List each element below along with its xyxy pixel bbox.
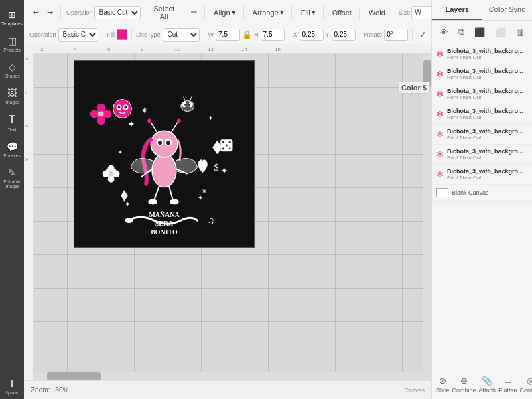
size-group2: W 🔒 H [208, 29, 289, 41]
linetype-label: LineType [136, 31, 161, 38]
layer-star-icon: ✼ [436, 109, 444, 119]
layer-item[interactable]: ✼ Bichota_3_with_backgro... Print Then C… [432, 125, 532, 145]
blank-canvas-label: Blank Canvas [452, 189, 489, 196]
delete-button[interactable]: 🗑 [514, 25, 527, 39]
arrange-chevron-icon: ▾ [280, 8, 284, 17]
offset-button[interactable]: Offset [329, 7, 355, 19]
right-panel: Layers Color Sync 👁 ⧉ ⬛ ⬜ 🗑 ✼ Bichota_3_… [431, 0, 532, 399]
align-chevron-icon: ▾ [232, 8, 236, 17]
hide-button[interactable]: 👁 [438, 25, 450, 39]
layer-name: Bichota_3_with_backgro... [447, 128, 528, 135]
blank-canvas-item[interactable]: Blank Canvas [432, 185, 532, 202]
sidebar-item-shapes[interactable]: ◇ Shapes [1, 58, 23, 82]
duplicate-button[interactable]: ⧉ [456, 25, 466, 39]
height-input[interactable] [261, 29, 285, 41]
arrange-button[interactable]: Arrange ▾ [249, 6, 287, 19]
sidebar-item-images[interactable]: 🖼 Images [1, 84, 23, 108]
lock-icon[interactable]: 🔒 [242, 30, 252, 39]
contour-button[interactable]: ◎ Contour [519, 374, 532, 395]
y-input[interactable] [332, 29, 356, 41]
ruler-corner [24, 44, 34, 54]
layer-info: Bichota_3_with_backgro... Print Then Cut [447, 168, 528, 181]
svg-point-63 [188, 104, 190, 106]
layer-info: Bichota_3_with_backgro... Print Then Cut [447, 48, 528, 60]
fill-chevron-icon: ▾ [312, 8, 316, 17]
sidebar-item-templates[interactable]: ⊞ Templates [1, 5, 23, 30]
select-all-button[interactable]: Select All [151, 3, 178, 23]
sidebar-item-projects[interactable]: ◫ Projects [1, 31, 23, 56]
svg-point-10 [166, 141, 170, 145]
layer-sub: Print Then Cut [447, 114, 528, 121]
color-dollar-badge: Color $ [398, 82, 430, 94]
weld-button[interactable]: Weld [365, 7, 389, 19]
layer-item[interactable]: ✼ Bichota_3_with_backgro... Print Then C… [432, 64, 532, 84]
vertical-scrollbar[interactable] [423, 54, 431, 380]
combine-button[interactable]: ⊕ Combine [451, 374, 478, 395]
rotate-input2[interactable] [384, 29, 408, 41]
layer-star-icon: ✼ [436, 169, 444, 179]
design-element[interactable]: ✦ ✦ ✦ ✦ ✦ ✦ ✦ ✴ ✴ [74, 60, 255, 248]
layer-star-icon: ✼ [436, 149, 444, 159]
width-input[interactable] [216, 29, 240, 41]
linetype-select[interactable]: Cut [163, 28, 200, 42]
edit-button[interactable]: ✏ [188, 6, 200, 19]
undo-button[interactable]: ↩ [29, 6, 42, 19]
undo-redo-group: ↩ ↪ [29, 6, 61, 19]
fill-group2: Fill [107, 29, 133, 40]
align-button[interactable]: Align ▾ [210, 6, 239, 19]
h-label: H [254, 31, 259, 38]
sidebar-item-upload[interactable]: ⬆ Upload [1, 374, 23, 399]
combine-label: Combine [452, 387, 476, 394]
layer-star-icon: ✼ [436, 89, 444, 99]
layer-name: Bichota_3_with_backgro... [447, 48, 528, 54]
flatten-button[interactable]: ▭ Flatten [497, 374, 519, 395]
svg-point-58 [229, 148, 231, 150]
layer-sub: Print Then Cut [447, 54, 528, 60]
svg-text:✴: ✴ [141, 105, 149, 116]
horizontal-ruler: 2 4 6 8 10 12 14 16 [34, 44, 431, 54]
group-button[interactable]: ⬛ [472, 25, 487, 39]
attach-button[interactable]: 📎 Attach [478, 374, 498, 395]
fill-button[interactable]: Fill ▾ [297, 6, 319, 19]
svg-point-27 [108, 176, 115, 183]
x-input[interactable] [300, 29, 324, 41]
redo-button[interactable]: ↪ [44, 6, 56, 19]
layer-info: Bichota_3_with_backgro... Print Then Cut [447, 148, 528, 161]
color-dollar-text: Color $ [401, 84, 427, 92]
tab-layers[interactable]: Layers [432, 0, 482, 20]
op-group2: Operation Basic Cut [29, 28, 103, 42]
svg-point-54 [222, 141, 224, 143]
phrases-icon: 💬 [7, 141, 18, 152]
vertical-ruler: 2 4 6 8 [24, 44, 34, 399]
move-button[interactable]: ⤢ [417, 28, 429, 41]
svg-text:✦: ✦ [118, 149, 123, 155]
svg-text:♫: ♫ [208, 215, 214, 226]
tab-color-sync[interactable]: Color Sync [482, 0, 533, 20]
horizontal-scrollbar[interactable] [34, 372, 423, 380]
sidebar-item-text[interactable]: T Text [1, 110, 23, 136]
layer-item[interactable]: ✼ Bichota_3_with_backgro... Print Then C… [432, 104, 532, 125]
scroll-thumb-horizontal[interactable] [47, 372, 101, 380]
rotate-label2: Rotate [364, 31, 383, 38]
layer-item[interactable]: ✼ Bichota_3_with_backgro... Print Then C… [432, 44, 532, 64]
svg-point-44 [124, 106, 127, 109]
layer-info: Bichota_3_with_backgro... Print Then Cut [447, 108, 528, 121]
canvas-area[interactable]: ✦ ✦ ✦ ✦ ✦ ✦ ✦ ✴ ✴ [34, 54, 431, 379]
layer-item[interactable]: ✼ Bichota_3_with_backgro... Print Then C… [432, 165, 532, 185]
operation-select[interactable]: Basic Cut [94, 6, 141, 19]
layer-info: Bichota_3_with_backgro... Print Then Cut [447, 128, 528, 141]
layer-item[interactable]: ✼ Bichota_3_with_backgro... Print Then C… [432, 145, 532, 165]
sidebar-item-editable[interactable]: ✎ Editable Images [1, 163, 23, 193]
ungroup-button[interactable]: ⬜ [493, 25, 508, 39]
svg-point-55 [226, 145, 228, 147]
ungroup-icon: ⬜ [495, 27, 506, 37]
svg-point-18 [104, 110, 112, 118]
layer-item[interactable]: ✼ Bichota_3_with_backgro... Print Then C… [432, 84, 532, 104]
svg-point-57 [222, 148, 224, 150]
slice-label: Slice [436, 387, 450, 394]
fill-color-swatch[interactable] [117, 29, 127, 40]
sidebar-item-phrases[interactable]: 💬 Phrases [1, 137, 23, 162]
operation-select2[interactable]: Basic Cut [58, 28, 98, 42]
offset-label: Offset [332, 9, 352, 17]
slice-button[interactable]: ⊘ Slice [435, 374, 451, 395]
